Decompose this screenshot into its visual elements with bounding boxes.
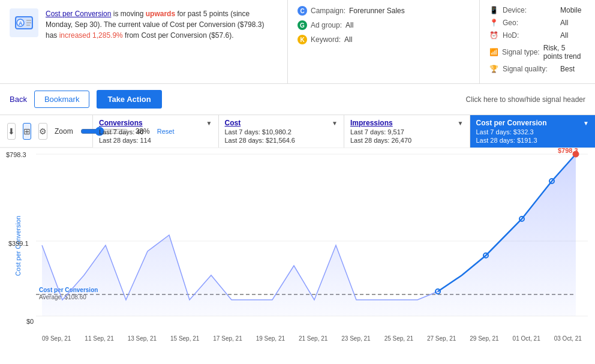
chart-controls: ⬇ ⊞ ⚙ Zoom 38% Reset: [0, 115, 93, 148]
signal-quality-value: Best: [560, 65, 575, 73]
cpc-7d: Last 7 days: $332.3: [476, 128, 590, 136]
x-label-1: 11 Sep, 21: [85, 335, 113, 342]
settings-button[interactable]: ⚙: [38, 123, 47, 140]
x-label-11: 01 Oct, 21: [513, 335, 540, 342]
show-hide-link[interactable]: Click here to show/hide signal header: [466, 95, 585, 104]
adgroup-value: All: [345, 21, 353, 29]
x-label-6: 21 Sep, 21: [299, 335, 327, 342]
chart-inner: $798.3 $399.1 $0 Cost per Conversion Ave…: [36, 148, 595, 343]
x-label-5: 19 Sep, 21: [256, 335, 285, 342]
metrics-bar: Conversions ▼ Last 7 days: 40 Last 28 da…: [93, 115, 595, 148]
metric-link[interactable]: Cost per Conversion: [46, 10, 111, 18]
x-label-2: 13 Sep, 21: [128, 335, 157, 342]
hod-icon: ⏰: [489, 31, 499, 40]
adgroup-icon: G: [298, 20, 307, 30]
campaign-value: Forerunner Sales: [349, 7, 405, 15]
metric-conversions[interactable]: Conversions ▼ Last 7 days: 40 Last 28 da…: [93, 115, 219, 148]
download-button[interactable]: ⬇: [7, 123, 16, 140]
x-label-12: 03 Oct, 21: [554, 335, 582, 342]
signal-info: 📱 Device: Mobile 📍 Geo: All ⏰ HoD: All 📶…: [480, 0, 595, 83]
conversions-title: Conversions: [99, 119, 143, 127]
x-label-7: 23 Sep, 21: [341, 335, 370, 342]
device-value: Mobile: [560, 6, 581, 14]
hod-value: All: [560, 31, 568, 40]
zoom-label: Zoom: [55, 127, 73, 136]
signal-type-row: 📶 Signal type: Risk, 5 points trend: [489, 44, 585, 61]
conversions-28d: Last 28 days: 114: [99, 137, 212, 144]
device-row: 📱 Device: Mobile: [489, 6, 585, 14]
impressions-7d: Last 7 days: 9,517: [350, 128, 464, 136]
device-icon: 📱: [489, 6, 499, 14]
adgroup-label: Ad group:: [311, 21, 342, 29]
signal-quality-label: Signal quality:: [503, 65, 557, 73]
table-view-button[interactable]: ⊞: [23, 123, 31, 140]
y-max-label: $798.3: [6, 151, 26, 158]
signal-type-icon: 📶: [489, 48, 498, 56]
bookmark-button[interactable]: Bookmark: [34, 91, 90, 108]
campaign-label: Campaign:: [311, 7, 345, 15]
metric-cpc[interactable]: Cost per Conversion ▼ Last 7 days: $332.…: [470, 115, 596, 148]
y-mid-label: $399.1: [8, 240, 29, 247]
hod-label: HoD:: [503, 31, 557, 40]
header-section: A Cost per Conversion is moving upwards …: [0, 0, 595, 84]
campaign-row: C Campaign: Forerunner Sales: [298, 6, 470, 16]
campaign-col: C Campaign: Forerunner Sales G Ad group:…: [298, 6, 470, 77]
cpc-28d: Last 28 days: $191.3: [476, 137, 590, 144]
chart-toolbar: ⬇ ⊞ ⚙ Zoom 38% Reset Conversions ▼ Last …: [0, 115, 595, 148]
alert-text: Cost per Conversion is moving upwards fo…: [46, 8, 278, 41]
device-label: Device:: [503, 6, 557, 14]
cpc-title: Cost per Conversion: [476, 119, 547, 127]
conversions-7d: Last 7 days: 40: [99, 128, 212, 136]
campaign-icon: C: [298, 6, 307, 16]
svg-text:$798.3: $798.3: [558, 148, 578, 154]
geo-value: All: [560, 19, 568, 27]
x-label-10: 29 Sep, 21: [470, 335, 498, 342]
svg-text:A: A: [19, 20, 23, 26]
chart-svg: Cost per Conversion Average: $108.60: [36, 148, 588, 334]
campaign-info: C Campaign: Forerunner Sales G Ad group:…: [288, 0, 480, 83]
svg-marker-13: [42, 154, 576, 316]
x-label-0: 09 Sep, 21: [42, 335, 71, 342]
metric-cost[interactable]: Cost ▼ Last 7 days: $10,980.2 Last 28 da…: [219, 115, 345, 148]
keyword-row: K Keyword: All: [298, 35, 470, 44]
y-min-label: $0: [26, 318, 34, 325]
impressions-28d: Last 28 days: 26,470: [350, 137, 464, 144]
take-action-button[interactable]: Take Action: [97, 90, 161, 109]
x-label-9: 27 Sep, 21: [427, 335, 456, 342]
cost-7d: Last 7 days: $10,980.2: [225, 128, 338, 136]
impressions-title: Impressions: [350, 119, 393, 127]
x-label-8: 25 Sep, 21: [384, 335, 413, 342]
metric-impressions[interactable]: Impressions ▼ Last 7 days: 9,517 Last 28…: [344, 115, 470, 148]
keyword-label: Keyword:: [311, 35, 341, 44]
x-label-4: 17 Sep, 21: [213, 335, 242, 342]
back-button[interactable]: Back: [10, 95, 27, 104]
cost-28d: Last 28 days: $21,564.6: [225, 137, 338, 144]
geo-label: Geo:: [503, 19, 557, 27]
x-label-3: 15 Sep, 21: [170, 335, 199, 342]
x-axis-labels: 09 Sep, 21 11 Sep, 21 13 Sep, 21 15 Sep,…: [36, 334, 588, 343]
adgroup-row: G Ad group: All: [298, 20, 470, 30]
signal-type-label: Signal type:: [502, 48, 540, 56]
signal-quality-row: 🏆 Signal quality: Best: [489, 65, 585, 73]
geo-row: 📍 Geo: All: [489, 19, 585, 27]
hod-row: ⏰ HoD: All: [489, 31, 585, 40]
alert-box: A Cost per Conversion is moving upwards …: [0, 0, 288, 83]
geo-icon: 📍: [489, 19, 499, 27]
keyword-icon: K: [298, 35, 307, 44]
keyword-value: All: [344, 35, 352, 44]
cost-title: Cost: [225, 119, 241, 127]
signal-type-value: Risk, 5 points trend: [543, 44, 585, 61]
chart-wrapper: Cost per Conversion $798.3 $399.1 $0 Cos…: [0, 148, 595, 343]
action-bar: Back Bookmark Take Action Click here to …: [0, 84, 595, 115]
alert-icon: A: [10, 8, 38, 37]
signal-quality-icon: 🏆: [489, 65, 499, 73]
